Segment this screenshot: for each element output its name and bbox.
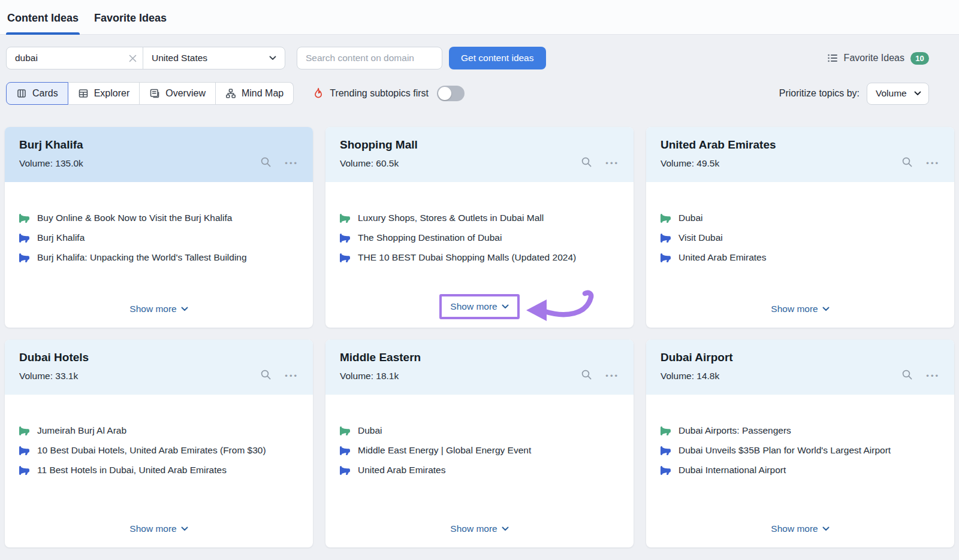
more-options-icon[interactable]: •••: [926, 370, 940, 380]
show-more-link[interactable]: Show more: [450, 301, 508, 312]
view-tab-mind-map[interactable]: Mind Map: [216, 82, 294, 105]
topic-card-body: Dubai Airports: PassengersDubai Unveils …: [646, 395, 954, 547]
active-tab-underline: [6, 32, 80, 35]
topic-item[interactable]: United Arab Emirates: [340, 465, 619, 476]
more-options-icon[interactable]: •••: [285, 158, 298, 167]
card-header-icons: •••: [260, 355, 298, 395]
megaphone-icon: [340, 213, 350, 223]
trending-subtopics-toggle[interactable]: [437, 86, 465, 101]
topic-item[interactable]: Dubai Airports: Passengers: [661, 425, 940, 436]
topic-card-body: Buy Online & Book Now to Visit the Burj …: [5, 182, 313, 328]
search-icon[interactable]: [581, 369, 592, 380]
search-icon[interactable]: [260, 369, 272, 380]
card-title: Dubai Hotels: [19, 351, 89, 364]
topic-item[interactable]: Burj Khalifa: Unpacking the World's Tall…: [19, 252, 298, 263]
flame-icon: [313, 87, 324, 99]
topic-item[interactable]: Dubai: [661, 213, 940, 223]
topic-item-label: Jumeirah Burj Al Arab: [37, 425, 126, 436]
show-more-wrap: Show more: [762, 299, 837, 319]
show-more-link[interactable]: Show more: [450, 523, 508, 534]
topic-cards-grid: Burj Khalifa Volume: 135.0k ••• Buy Onli…: [5, 127, 954, 547]
region-select[interactable]: United States: [143, 47, 285, 69]
region-select-value: United States: [152, 53, 207, 63]
topic-item[interactable]: The Shopping Destination of Dubai: [340, 232, 619, 243]
domain-search-input[interactable]: [297, 47, 442, 69]
top-tab-bar: Content Ideas Favorite Ideas: [0, 0, 959, 35]
view-tab-overview-label: Overview: [165, 88, 206, 99]
card-volume: Volume: 135.0k: [19, 158, 83, 169]
topic-card: Dubai Hotels Volume: 33.1k ••• Jumeirah …: [5, 340, 313, 547]
topic-card: Middle Eastern Volume: 18.1k ••• DubaiMi…: [325, 340, 634, 547]
topic-card-body: Luxury Shops, Stores & Outlets in Dubai …: [325, 182, 634, 328]
chevron-down-icon: [269, 56, 276, 60]
card-title: Burj Khalifa: [19, 138, 83, 152]
tab-favorite-ideas[interactable]: Favorite Ideas: [93, 12, 168, 34]
search-icon[interactable]: [581, 156, 592, 168]
chevron-down-icon: [502, 304, 509, 309]
show-more-link[interactable]: Show more: [129, 523, 188, 534]
topic-item[interactable]: Dubai Unveils $35B Plan for World's Larg…: [661, 445, 940, 456]
megaphone-icon: [19, 213, 29, 223]
topic-card-header: Dubai Hotels Volume: 33.1k •••: [5, 340, 313, 395]
topic-item[interactable]: Dubai International Airport: [661, 465, 940, 476]
favorite-ideas-count-badge: 10: [910, 52, 929, 65]
show-more-link[interactable]: Show more: [771, 304, 829, 314]
more-options-icon[interactable]: •••: [605, 158, 619, 167]
prioritize-select[interactable]: Volume: [867, 83, 929, 105]
topic-item[interactable]: Buy Online & Book Now to Visit the Burj …: [19, 213, 298, 223]
show-more-label: Show more: [129, 523, 176, 534]
view-tab-overview[interactable]: Overview: [140, 82, 216, 105]
topic-item-label: Dubai: [678, 213, 703, 223]
topic-item[interactable]: Burj Khalifa: [19, 232, 298, 243]
topic-item[interactable]: THE 10 BEST Dubai Shopping Malls (Update…: [340, 252, 619, 263]
chevron-down-icon: [822, 307, 830, 311]
topic-item[interactable]: 10 Best Dubai Hotels, United Arab Emirat…: [19, 445, 298, 456]
topic-card: Burj Khalifa Volume: 135.0k ••• Buy Onli…: [5, 127, 313, 328]
view-switcher: Cards Explorer Ove: [6, 82, 294, 105]
megaphone-icon: [340, 426, 350, 436]
show-more-link[interactable]: Show more: [771, 523, 829, 534]
topic-item-label: Dubai International Airport: [678, 465, 786, 476]
megaphone-icon: [661, 213, 671, 223]
show-more-label: Show more: [450, 523, 497, 534]
topic-card: United Arab Emirates Volume: 49.5k ••• D…: [646, 127, 954, 328]
tab-favorite-ideas-label: Favorite Ideas: [94, 12, 167, 24]
get-content-ideas-button[interactable]: Get content ideas: [449, 47, 546, 69]
card-footer: Show more: [340, 294, 619, 328]
clear-icon[interactable]: [129, 55, 137, 62]
show-more-link[interactable]: Show more: [129, 304, 188, 314]
megaphone-icon: [19, 446, 29, 456]
topic-card-header: Dubai Airport Volume: 14.8k •••: [646, 340, 954, 395]
tab-content-ideas[interactable]: Content Ideas: [6, 12, 80, 34]
topic-item[interactable]: Visit Dubai: [661, 232, 940, 243]
card-volume: Volume: 49.5k: [661, 158, 776, 169]
more-options-icon[interactable]: •••: [285, 370, 298, 380]
topic-item[interactable]: United Arab Emirates: [661, 252, 940, 263]
view-tab-explorer[interactable]: Explorer: [68, 82, 140, 105]
topic-item[interactable]: 11 Best Hotels in Dubai, United Arab Emi…: [19, 465, 298, 476]
megaphone-icon: [661, 465, 671, 476]
topic-item[interactable]: Jumeirah Burj Al Arab: [19, 425, 298, 436]
topic-search-input[interactable]: [15, 53, 129, 63]
megaphone-icon: [19, 426, 29, 436]
topic-item[interactable]: Luxury Shops, Stores & Outlets in Dubai …: [340, 213, 619, 223]
view-tab-cards[interactable]: Cards: [6, 82, 68, 105]
favorite-ideas-label: Favorite Ideas: [844, 53, 904, 63]
search-icon[interactable]: [901, 156, 913, 168]
search-icon[interactable]: [260, 156, 272, 168]
show-more-label: Show more: [450, 301, 497, 312]
view-tab-cards-label: Cards: [32, 88, 58, 99]
more-options-icon[interactable]: •••: [926, 158, 940, 167]
more-options-icon[interactable]: •••: [605, 370, 619, 380]
card-volume: Volume: 60.5k: [340, 158, 418, 169]
mind-map-icon: [225, 88, 236, 99]
card-items: Luxury Shops, Stores & Outlets in Dubai …: [340, 213, 619, 263]
topic-item[interactable]: Middle East Energy | Global Energy Event: [340, 445, 619, 456]
card-footer: Show more: [661, 299, 940, 328]
favorite-ideas-shortcut[interactable]: Favorite Ideas 10: [827, 52, 929, 65]
topic-item[interactable]: Dubai: [340, 425, 619, 436]
search-icon[interactable]: [901, 369, 913, 380]
megaphone-icon: [340, 233, 350, 243]
annotation-arrow: [525, 289, 600, 326]
show-more-wrap: Show more: [439, 294, 519, 319]
